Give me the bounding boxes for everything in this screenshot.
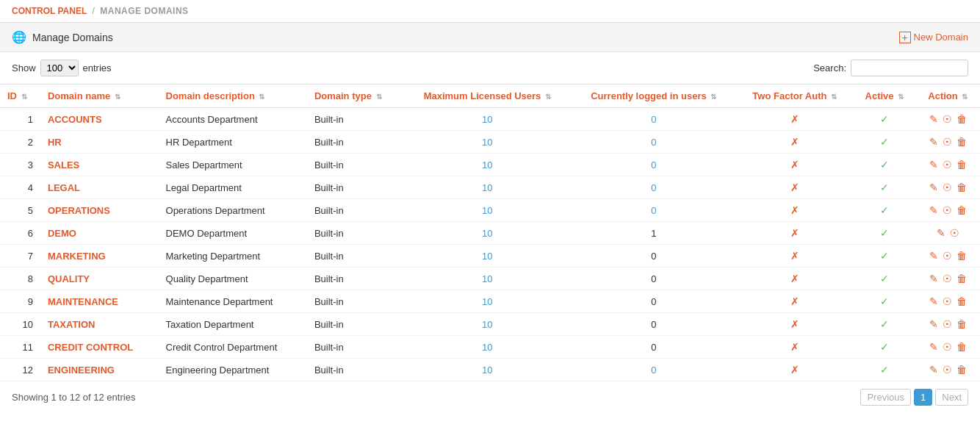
edit-icon[interactable]: ✎ [929,250,938,262]
shield-icon[interactable]: ☉ [943,295,952,307]
edit-icon[interactable]: ✎ [937,227,945,239]
col-domain-name[interactable]: Domain name ⇅ [40,85,159,108]
previous-button[interactable]: Previous [860,389,911,406]
col-max-licensed[interactable]: Maximum Licensed Users ⇅ [403,85,571,108]
shield-icon[interactable]: ☉ [943,182,952,193]
edit-icon[interactable]: ✎ [929,295,938,307]
page-1-button[interactable]: 1 [914,389,932,406]
cell-domain-name[interactable]: SALES [40,154,159,176]
page-title: Manage Domains [32,32,113,43]
cell-action: ✎☉🗑 [916,336,980,359]
cell-domain-description: Marketing Department [159,245,307,268]
edit-icon[interactable]: ✎ [929,159,938,171]
cell-max-licensed: 10 [403,336,571,359]
cell-domain-name[interactable]: CREDIT CONTROL [40,336,159,359]
shield-icon[interactable]: ☉ [943,159,952,171]
cell-currently-logged[interactable]: 0 [571,108,736,131]
cell-domain-name[interactable]: MAINTENANCE [40,290,159,313]
shield-icon[interactable]: ☉ [943,250,952,262]
cell-domain-name[interactable]: HR [40,131,159,154]
cell-id: 12 [0,359,40,381]
entries-label: entries [83,62,112,73]
cell-max-licensed: 10 [403,199,571,222]
col-domain-description[interactable]: Domain description ⇅ [159,85,307,108]
col-currently-logged[interactable]: Currently logged in users ⇅ [571,85,736,108]
edit-icon[interactable]: ✎ [929,136,938,148]
delete-icon[interactable]: 🗑 [956,250,967,262]
cell-currently-logged[interactable]: 0 [571,176,736,199]
cell-domain-description: Engineering Department [159,359,307,381]
delete-icon[interactable]: 🗑 [956,341,967,353]
shield-icon[interactable]: ☉ [943,136,952,148]
delete-icon[interactable]: 🗑 [956,364,967,376]
sort-icon-domain-name: ⇅ [115,93,120,101]
cell-currently-logged[interactable]: 0 [571,131,736,154]
cell-domain-type: Built-in [307,131,404,154]
delete-icon[interactable]: 🗑 [956,136,967,148]
edit-icon[interactable]: ✎ [929,182,938,193]
x-icon: ✗ [790,364,799,376]
cell-two-factor-auth: ✗ [736,176,853,199]
check-icon: ✓ [880,227,889,239]
search-input[interactable] [851,60,968,76]
cell-action: ✎☉🗑 [916,290,980,313]
show-entries: Show 100 10 25 50 entries [12,60,112,76]
cell-two-factor-auth: ✗ [736,268,853,290]
cell-active: ✓ [853,336,916,359]
edit-icon[interactable]: ✎ [929,341,938,353]
shield-icon[interactable]: ☉ [943,318,952,330]
cell-max-licensed: 10 [403,222,571,245]
edit-icon[interactable]: ✎ [929,318,938,330]
delete-icon[interactable]: 🗑 [956,295,967,307]
cell-action: ✎☉ [916,222,980,245]
delete-icon[interactable]: 🗑 [956,159,967,171]
cell-domain-name[interactable]: MARKETING [40,245,159,268]
cell-domain-name[interactable]: OPERATIONS [40,199,159,222]
shield-icon[interactable]: ☉ [943,204,952,216]
cell-two-factor-auth: ✗ [736,245,853,268]
next-button[interactable]: Next [935,389,968,406]
cell-domain-name[interactable]: ENGINEERING [40,359,159,381]
col-active[interactable]: Active ⇅ [853,85,916,108]
delete-icon[interactable]: 🗑 [956,204,967,216]
check-icon: ✓ [880,341,889,353]
cell-domain-name[interactable]: DEMO [40,222,159,245]
cell-domain-name[interactable]: LEGAL [40,176,159,199]
shield-icon[interactable]: ☉ [943,113,952,125]
shield-icon[interactable]: ☉ [943,341,952,353]
cell-id: 9 [0,290,40,313]
cell-id: 6 [0,222,40,245]
cell-domain-name[interactable]: ACCOUNTS [40,108,159,131]
sort-icon-domain-type: ⇅ [376,93,382,101]
cell-domain-name[interactable]: QUALITY [40,268,159,290]
cell-domain-name[interactable]: TAXATION [40,313,159,336]
shield-icon[interactable]: ☉ [950,227,959,239]
cell-currently-logged[interactable]: 0 [571,154,736,176]
cell-domain-type: Built-in [307,154,404,176]
delete-icon[interactable]: 🗑 [956,273,967,284]
entries-select[interactable]: 100 10 25 50 [40,60,79,76]
col-domain-type[interactable]: Domain type ⇅ [307,85,404,108]
cell-currently-logged[interactable]: 0 [571,359,736,381]
edit-icon[interactable]: ✎ [929,113,938,125]
edit-icon[interactable]: ✎ [929,273,938,284]
col-id[interactable]: ID ⇅ [0,85,40,108]
new-domain-button[interactable]: + New Domain [899,32,968,43]
edit-icon[interactable]: ✎ [929,364,938,376]
cell-two-factor-auth: ✗ [736,199,853,222]
cell-active: ✓ [853,131,916,154]
cell-currently-logged[interactable]: 0 [571,199,736,222]
shield-icon[interactable]: ☉ [943,273,952,284]
cell-two-factor-auth: ✗ [736,313,853,336]
delete-icon[interactable]: 🗑 [956,182,967,193]
cell-action: ✎☉🗑 [916,176,980,199]
cell-currently-logged: 0 [571,313,736,336]
cell-max-licensed: 10 [403,313,571,336]
breadcrumb-control-panel[interactable]: CONTROL PANEL [12,6,87,16]
col-two-factor[interactable]: Two Factor Auth ⇅ [736,85,853,108]
col-action: Action ⇅ [916,85,980,108]
edit-icon[interactable]: ✎ [929,204,938,216]
delete-icon[interactable]: 🗑 [956,318,967,330]
shield-icon[interactable]: ☉ [943,364,952,376]
delete-icon[interactable]: 🗑 [956,113,967,125]
